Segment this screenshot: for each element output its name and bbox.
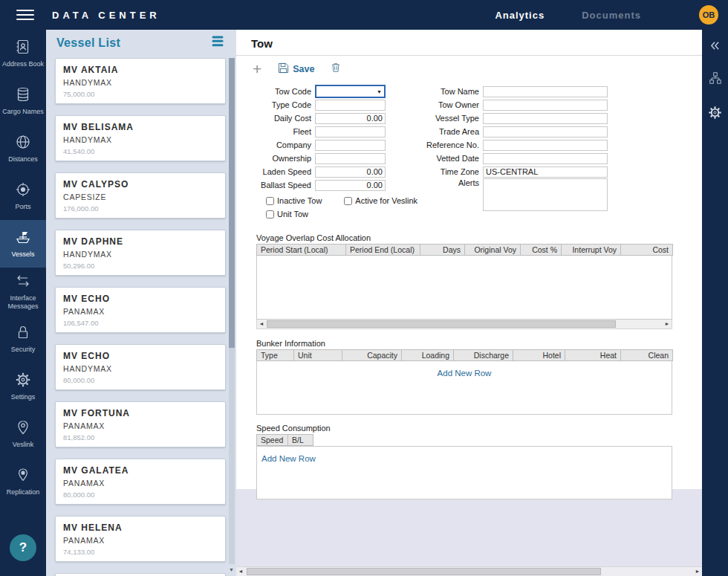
sidebar-item-cargo-names[interactable]: Cargo Names <box>0 77 46 125</box>
form-right-column: Tow Name Tow Owner Vessel Type Trad <box>407 85 608 192</box>
inactive-tow-checkbox[interactable]: Inactive Tow <box>266 196 322 205</box>
vessel-dwt: 106,547.00 <box>63 319 218 327</box>
add-new-row-link[interactable]: Add New Row <box>261 454 316 463</box>
type-code-input[interactable] <box>315 100 386 111</box>
vessel-card[interactable]: MV GALATEA PANAMAX 80,000.00 <box>55 459 226 505</box>
checkbox-row-2: Unit Tow <box>266 210 308 219</box>
help-area: ? <box>0 534 46 576</box>
vessel-card[interactable]: MV HELENA PANAMAX 74,133.00 <box>55 516 226 562</box>
toolbar: + Save <box>236 56 702 81</box>
main-horizontal-scrollbar[interactable]: ◄ ► <box>236 566 702 576</box>
vessel-card[interactable]: MV DAPHNE HANDYMAX 50,296.00 <box>55 230 226 276</box>
add-button[interactable]: + <box>253 61 261 77</box>
scroll-right-icon[interactable]: ► <box>663 320 672 329</box>
vessel-card[interactable]: MV CALYPSO CAPESIZE 176,000.00 <box>55 172 226 219</box>
nav-documents[interactable]: Documents <box>582 10 641 21</box>
collapse-panel-icon[interactable] <box>709 40 721 54</box>
scroll-right-icon[interactable]: ► <box>693 567 702 576</box>
vessel-dwt: 50,296.00 <box>63 262 218 270</box>
unit-tow-checkbox[interactable]: Unit Tow <box>266 210 308 219</box>
inactive-tow-checkbox-input[interactable] <box>266 197 274 205</box>
sidebar-item-veslink[interactable]: Veslink <box>0 410 46 458</box>
save-button[interactable]: Save <box>278 62 314 76</box>
tow-name-label: Tow Name <box>407 87 483 96</box>
voyage-horizontal-scrollbar[interactable]: ◄ ► <box>256 320 672 329</box>
tow-code-select[interactable]: ▼ <box>315 85 386 98</box>
vessel-name: MV GALATEA <box>63 465 218 476</box>
vessel-card[interactable]: MV ECHO HANDYMAX 80,000.00 <box>55 344 226 390</box>
laden-speed-input[interactable] <box>315 166 386 178</box>
sidebar-item-interface-messages[interactable]: Interface Messages <box>0 268 46 315</box>
vessel-card[interactable]: MV AKTAIA HANDYMAX 75,000.00 <box>55 58 226 104</box>
scrollbar-thumb[interactable] <box>247 568 601 575</box>
vessel-dwt: 74,133.00 <box>63 548 218 556</box>
nav-analytics[interactable]: Analytics <box>495 10 545 21</box>
gear-icon[interactable] <box>708 106 722 123</box>
trade-area-input[interactable] <box>483 126 608 137</box>
sidebar-item-ports[interactable]: Ports <box>0 172 46 220</box>
help-button[interactable]: ? <box>10 534 36 561</box>
vessel-name: MV ECHO <box>63 294 218 304</box>
vessel-card[interactable]: MV FORTUNA PANAMAX 81,852.00 <box>55 401 226 447</box>
scroll-left-icon[interactable]: ◄ <box>257 320 266 329</box>
form-left-column: Tow Code ▼ Type Code Daily Cost <box>256 85 386 192</box>
daily-cost-input[interactable] <box>315 113 386 124</box>
port-target-icon <box>15 181 31 201</box>
delete-button[interactable] <box>331 62 341 76</box>
sidebar-item-replication[interactable]: Replication <box>0 458 46 505</box>
scrollbar-thumb[interactable] <box>267 320 616 328</box>
vessel-card[interactable]: MV ECHO PANAMAX 106,547.00 <box>55 287 226 333</box>
tow-owner-label: Tow Owner <box>407 100 483 109</box>
active-for-veslink-checkbox[interactable]: Active for Veslink <box>344 196 417 205</box>
page-title: Tow <box>236 30 702 55</box>
ownership-input[interactable] <box>315 153 386 164</box>
vessel-type: PANAMAX <box>63 307 218 316</box>
ballast-speed-input[interactable] <box>315 180 386 191</box>
reference-no-input[interactable] <box>483 140 608 151</box>
column-header: B/L <box>288 435 313 446</box>
tow-owner-input[interactable] <box>483 100 608 111</box>
fleet-input[interactable] <box>315 126 386 137</box>
add-new-row-link[interactable]: Add New Row <box>438 369 492 378</box>
reference-no-label: Reference No. <box>407 140 483 149</box>
vessel-list-scrollbar[interactable] <box>229 58 235 564</box>
sidebar-item-security[interactable]: Security <box>0 315 46 363</box>
vessel-name: MV CALYPSO <box>63 179 218 190</box>
company-label: Company <box>256 140 315 149</box>
avatar[interactable]: OB <box>699 5 718 25</box>
left-sidebar: Address Book Cargo Names Distances Ports… <box>0 30 46 576</box>
company-input[interactable] <box>315 140 386 151</box>
vessel-dwt: 75,000.00 <box>63 90 218 98</box>
scroll-left-icon[interactable]: ◄ <box>236 567 245 576</box>
active-for-veslink-checkbox-input[interactable] <box>344 197 352 205</box>
vessel-dwt: 81,852.00 <box>63 433 218 441</box>
tow-name-input[interactable] <box>483 86 608 97</box>
vessel-card[interactable]: MV BELISAMA HANDYMAX 41,540.00 <box>55 115 226 161</box>
globe-icon <box>15 134 31 153</box>
vessel-type: PANAMAX <box>63 421 218 430</box>
column-header: Cost <box>621 245 673 256</box>
time-zone-input[interactable] <box>483 166 608 178</box>
sidebar-item-vessels[interactable]: Vessels <box>0 220 46 268</box>
tow-form-panel: Tow + Save Tow Code <box>236 30 702 489</box>
vessel-type: HANDYMAX <box>63 250 218 259</box>
sidebar-item-address-book[interactable]: Address Book <box>0 30 46 77</box>
unit-tow-checkbox-input[interactable] <box>266 210 274 219</box>
vessel-list-panel: Vessel List MV AKTAIA HANDYMAX 75,000.00… <box>46 30 236 576</box>
alerts-textarea[interactable] <box>483 178 608 211</box>
daily-cost-label: Daily Cost <box>256 114 315 123</box>
hamburger-menu-icon[interactable] <box>16 7 34 23</box>
top-nav: Analytics Documents OB <box>495 5 728 25</box>
sidebar-item-distances[interactable]: Distances <box>0 125 46 172</box>
hierarchy-chart-icon[interactable] <box>709 71 722 88</box>
sidebar-item-settings[interactable]: Settings <box>0 363 46 410</box>
vessel-card-partial[interactable] <box>55 573 226 576</box>
vessel-name: MV DAPHNE <box>63 236 218 247</box>
vessel-type-input[interactable] <box>483 113 608 124</box>
list-view-icon[interactable] <box>211 36 224 50</box>
scrollbar-thumb[interactable] <box>229 58 235 348</box>
scroll-down-icon[interactable]: ▼ <box>227 566 235 575</box>
vetted-date-input[interactable] <box>483 153 608 164</box>
app-title: DATA CENTER <box>52 10 160 21</box>
vessel-type: HANDYMAX <box>63 364 218 373</box>
